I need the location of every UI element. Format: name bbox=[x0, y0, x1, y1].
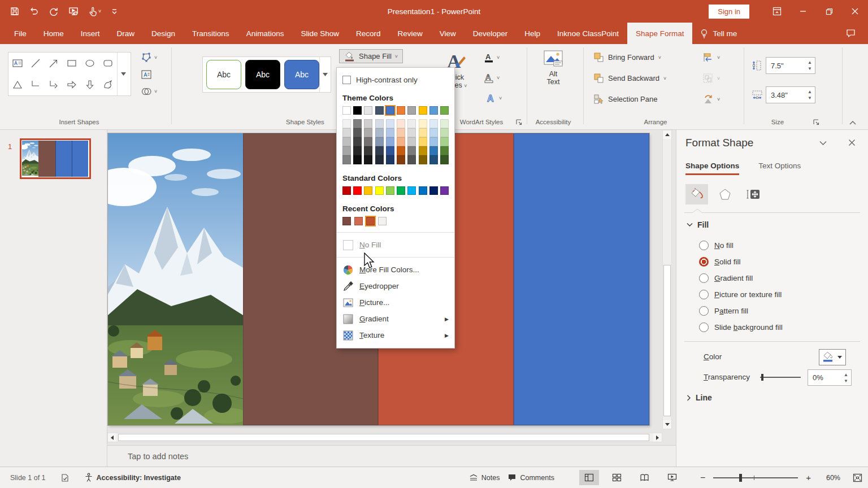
theme-color-swatch[interactable] bbox=[397, 106, 405, 115]
standard-color-swatch[interactable] bbox=[429, 186, 438, 195]
radio-solid-fill[interactable]: Solid fill bbox=[676, 254, 868, 270]
rounded-rectangle-shape-icon[interactable] bbox=[102, 58, 114, 69]
tab-review[interactable]: Review bbox=[389, 23, 431, 44]
tell-me[interactable]: Tell me bbox=[692, 23, 745, 44]
slideshow-view-button[interactable] bbox=[662, 470, 682, 485]
theme-color-swatch[interactable] bbox=[429, 106, 438, 115]
theme-variant-swatch[interactable] bbox=[342, 119, 351, 128]
slide-thumbnail[interactable] bbox=[21, 140, 89, 177]
tab-draw[interactable]: Draw bbox=[108, 23, 144, 44]
theme-variant-swatch[interactable] bbox=[407, 146, 416, 155]
theme-variant-swatch[interactable] bbox=[419, 128, 427, 137]
size-dialog-launcher-icon[interactable] bbox=[813, 119, 819, 125]
effects-category-button[interactable] bbox=[714, 184, 736, 204]
scroll-left-arrow[interactable] bbox=[108, 433, 116, 442]
normal-view-button[interactable] bbox=[579, 470, 599, 485]
theme-variant-swatch[interactable] bbox=[386, 137, 394, 146]
tab-shape-format[interactable]: Shape Format bbox=[627, 23, 693, 44]
group-button[interactable]: ˅ bbox=[702, 73, 720, 84]
line-shape-icon[interactable] bbox=[30, 58, 41, 69]
theme-variant-swatch[interactable] bbox=[440, 137, 449, 146]
tab-design[interactable]: Design bbox=[143, 23, 184, 44]
slide-photo-panel[interactable] bbox=[108, 133, 243, 425]
theme-variant-swatch[interactable] bbox=[397, 128, 405, 137]
tab-slide-show[interactable]: Slide Show bbox=[292, 23, 348, 44]
theme-variant-swatch[interactable] bbox=[364, 137, 372, 146]
theme-variant-swatch[interactable] bbox=[397, 146, 405, 155]
theme-variant-swatch[interactable] bbox=[375, 128, 384, 137]
notes-button[interactable]: Notes bbox=[469, 474, 500, 482]
menu-item-picture[interactable]: Picture... bbox=[342, 294, 449, 311]
reading-view-button[interactable] bbox=[635, 470, 654, 485]
customize-qat-icon[interactable] bbox=[111, 8, 118, 15]
zoom-slider[interactable] bbox=[713, 473, 798, 482]
tab-file[interactable]: File bbox=[6, 23, 35, 44]
radio-no-fill[interactable]: No fill bbox=[676, 237, 868, 254]
zoom-out-button[interactable]: − bbox=[700, 473, 705, 483]
radio-button-icon[interactable] bbox=[699, 257, 709, 267]
radio-button-icon[interactable] bbox=[699, 323, 709, 332]
tab-home[interactable]: Home bbox=[35, 23, 72, 44]
restore-button[interactable] bbox=[816, 0, 842, 23]
radio-picture-or-texture-fill[interactable]: Picture or texture fill bbox=[676, 286, 868, 303]
vertical-scroll-thumb[interactable] bbox=[663, 265, 671, 416]
start-slideshow-icon[interactable] bbox=[68, 7, 79, 16]
width-spinner[interactable]: ▲▼ bbox=[805, 89, 815, 101]
selection-pane-button[interactable]: Selection Pane bbox=[593, 94, 657, 104]
shape-gallery-more-button[interactable] bbox=[117, 53, 129, 95]
tab-insert[interactable]: Insert bbox=[72, 23, 108, 44]
tab-help[interactable]: Help bbox=[516, 23, 549, 44]
radio-button-icon[interactable] bbox=[699, 273, 709, 283]
shape-style-preset-1[interactable]: Abc bbox=[206, 60, 241, 89]
tab-transitions[interactable]: Transitions bbox=[184, 23, 238, 44]
theme-variant-swatch[interactable] bbox=[364, 128, 372, 137]
fit-slide-to-window-icon[interactable] bbox=[853, 473, 862, 482]
theme-variant-swatch[interactable] bbox=[407, 128, 416, 137]
text-effects-button[interactable]: A ˅ bbox=[484, 91, 504, 105]
theme-variant-swatch[interactable] bbox=[419, 119, 427, 128]
close-button[interactable] bbox=[842, 0, 868, 23]
transparency-slider-thumb[interactable] bbox=[761, 374, 763, 381]
standard-color-swatch[interactable] bbox=[386, 186, 394, 195]
right-arrow-shape-icon[interactable] bbox=[66, 79, 77, 90]
shape-style-preset-3[interactable]: Abc bbox=[284, 60, 319, 89]
recent-color-swatch[interactable] bbox=[378, 217, 387, 225]
tab-animations[interactable]: Animations bbox=[238, 23, 293, 44]
proofing-icon[interactable] bbox=[60, 473, 70, 482]
recent-color-swatch[interactable] bbox=[354, 217, 363, 225]
theme-variant-swatch[interactable] bbox=[353, 155, 362, 164]
standard-color-swatch[interactable] bbox=[440, 186, 449, 195]
theme-variant-swatch[interactable] bbox=[342, 155, 351, 164]
radio-button-icon[interactable] bbox=[699, 241, 709, 250]
horizontal-scroll-thumb[interactable] bbox=[118, 434, 649, 441]
text-fill-button[interactable]: A ˅ bbox=[481, 51, 501, 64]
theme-color-swatch[interactable] bbox=[407, 106, 416, 115]
transparency-slider[interactable] bbox=[760, 373, 801, 382]
high-contrast-only-checkbox[interactable]: High-contrast only bbox=[342, 73, 449, 86]
triangle-shape-icon[interactable] bbox=[12, 79, 23, 90]
alt-text-button[interactable]: Alt Text bbox=[536, 50, 571, 86]
notes-area[interactable]: Tap to add notes bbox=[107, 445, 676, 467]
shape-styles-more-button[interactable] bbox=[319, 57, 331, 92]
theme-variant-swatch[interactable] bbox=[429, 146, 438, 155]
theme-variant-swatch[interactable] bbox=[397, 137, 405, 146]
theme-variant-swatch[interactable] bbox=[419, 155, 427, 164]
arrow-shape-icon[interactable] bbox=[48, 58, 59, 69]
theme-variant-swatch[interactable] bbox=[429, 137, 438, 146]
theme-variant-swatch[interactable] bbox=[440, 155, 449, 164]
fill-section-header[interactable]: Fill bbox=[687, 220, 709, 229]
theme-variant-swatch[interactable] bbox=[353, 137, 362, 146]
text-outline-button[interactable]: A ˅ bbox=[481, 71, 501, 85]
collapse-ribbon-icon[interactable] bbox=[849, 120, 857, 125]
elbow-connector-shape-icon[interactable] bbox=[30, 79, 41, 90]
menu-item-gradient[interactable]: Gradient▶ bbox=[342, 311, 449, 327]
radio-gradient-fill[interactable]: Gradient fill bbox=[676, 270, 868, 286]
text-box-button[interactable] bbox=[139, 68, 154, 81]
theme-variant-swatch[interactable] bbox=[419, 146, 427, 155]
theme-variant-swatch[interactable] bbox=[440, 119, 449, 128]
theme-variant-swatch[interactable] bbox=[429, 119, 438, 128]
rectangle-shape-icon[interactable] bbox=[66, 58, 77, 69]
menu-item-eyedropper[interactable]: Eyedropper bbox=[342, 278, 449, 294]
theme-variant-swatch[interactable] bbox=[375, 146, 384, 155]
theme-variant-swatch[interactable] bbox=[429, 155, 438, 164]
